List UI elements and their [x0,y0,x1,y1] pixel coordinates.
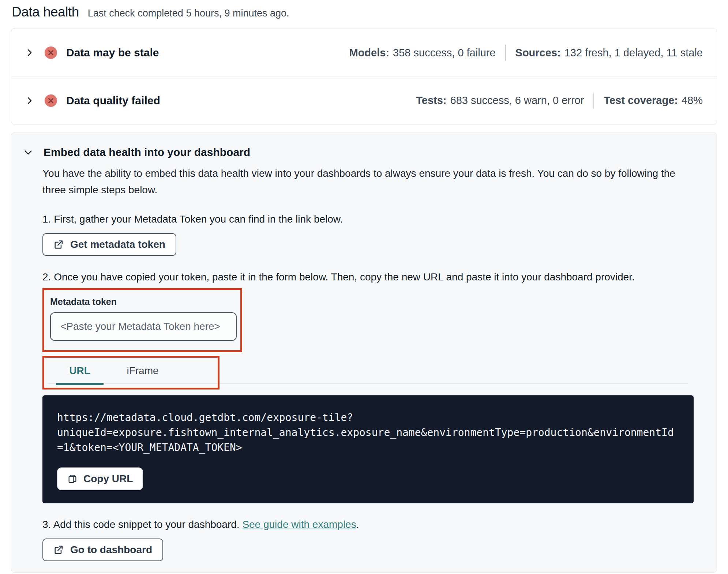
embed-panel-body: You have the ability to embed this data … [42,165,688,561]
chevron-right-icon[interactable] [25,48,34,57]
stat-test-coverage: Test coverage:48% [604,94,703,107]
error-x-circle-icon [44,94,57,107]
external-link-icon [53,545,64,555]
copy-url-button[interactable]: Copy URL [57,467,143,490]
embed-description: You have the ability to embed this data … [42,165,675,198]
stat-models: Models:358 success, 0 failure [349,47,496,59]
tab-url[interactable]: URL [56,358,104,388]
embed-panel: Embed data health into your dashboard Yo… [11,133,717,573]
status-row-data-may-be-stale[interactable]: Data may be stale Models:358 success, 0 … [11,29,717,77]
embed-code-block: https://metadata.cloud.getdbt.com/exposu… [42,395,694,503]
last-check-status: Last check completed 5 hours, 9 minutes … [88,8,289,19]
chevron-right-icon[interactable] [25,96,34,105]
status-card: Data may be stale Models:358 success, 0 … [11,29,717,124]
tabs-annotation-box: URL iFrame [42,356,219,390]
go-to-dashboard-label: Go to dashboard [70,544,152,556]
stat-divider [593,93,594,109]
stat-divider [505,45,506,61]
embed-url-code: https://metadata.cloud.getdbt.com/exposu… [57,410,679,455]
chevron-down-icon[interactable] [23,147,33,157]
step-1-text: 1. First, gather your Metadata Token you… [42,213,688,225]
status-row-label: Data may be stale [66,46,159,59]
copy-url-label: Copy URL [83,473,133,485]
status-row-stats: Models:358 success, 0 failure Sources:13… [349,45,703,61]
go-to-dashboard-button[interactable]: Go to dashboard [42,538,163,561]
data-health-page: Data health Last check completed 5 hours… [0,0,728,573]
see-guide-link[interactable]: See guide with examples [242,519,356,530]
step-2-text: 2. Once you have copied your token, past… [42,271,688,283]
page-title: Data health [12,4,79,20]
embed-panel-header[interactable]: Embed data health into your dashboard [23,146,702,159]
embed-panel-title: Embed data health into your dashboard [44,146,250,159]
copy-icon [67,474,78,484]
step-3-text: 3. Add this code snippet to your dashboa… [42,519,688,530]
status-row-data-quality-failed[interactable]: Data quality failed Tests:683 success, 6… [11,77,717,124]
error-x-circle-icon [44,46,57,59]
page-header: Data health Last check completed 5 hours… [11,4,717,29]
metadata-token-input[interactable] [50,312,237,341]
metadata-token-label: Metadata token [50,297,233,307]
metadata-token-annotation-box: Metadata token [42,288,242,352]
status-row-stats: Tests:683 success, 6 warn, 0 error Test … [416,93,703,109]
status-row-label: Data quality failed [66,94,160,107]
embed-output-tabs: URL iFrame [42,356,688,390]
tab-iframe[interactable]: iFrame [119,358,166,388]
stat-sources: Sources:132 fresh, 1 delayed, 11 stale [515,47,703,59]
stat-tests: Tests:683 success, 6 warn, 0 error [416,94,584,107]
get-metadata-token-button[interactable]: Get metadata token [42,233,176,256]
external-link-icon [53,239,64,250]
get-metadata-token-label: Get metadata token [70,239,165,250]
